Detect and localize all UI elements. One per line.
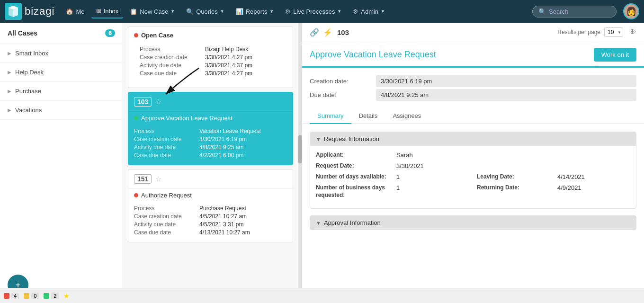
- case-number: 103: [134, 97, 152, 107]
- detail-case-number: 103: [337, 28, 349, 36]
- results-per-page-select[interactable]: 10 20 50: [604, 27, 623, 37]
- table-row: Process Purchase Request: [134, 205, 287, 212]
- chevron-right-icon: ▶: [8, 107, 11, 113]
- table-row: Case due date 4/13/2021 10:27 am: [134, 229, 287, 236]
- open-case-card[interactable]: Open Case Process Bizagi Help Desk Case …: [128, 27, 293, 88]
- all-cases-badge: 6: [105, 29, 115, 37]
- avatar[interactable]: 👩: [623, 3, 639, 19]
- nav-reports[interactable]: 📊 Reports ▼: [231, 5, 278, 18]
- request-information-title: Request Information: [324, 135, 379, 143]
- detail-title: Approve Vacation Leave Request: [310, 50, 436, 60]
- returning-date-value: 4/9/2021: [557, 184, 630, 199]
- green-count: 2: [51, 293, 59, 299]
- sidebar-item-purchase[interactable]: ▶ Purchase: [0, 82, 123, 101]
- open-case-dot: [134, 33, 138, 37]
- case-share-icon[interactable]: ⚡: [323, 28, 332, 37]
- nav-new-case[interactable]: 📋 New Case ▼: [125, 5, 179, 18]
- approval-information-section: ▼ Approval Information: [310, 215, 636, 230]
- home-icon: 🏠: [66, 8, 73, 15]
- due-date-row: Due date: 4/8/2021 9:25 am: [310, 89, 636, 101]
- request-information-section: ▼ Request Information Applicant: Sarah R…: [310, 132, 636, 209]
- table-row: Activity due date 4/8/2021 9:25 am: [134, 144, 287, 151]
- nav-queries[interactable]: 🔍 Queries ▼: [181, 5, 229, 18]
- business-days-label: Number of business days requested:: [316, 184, 389, 199]
- main-layout: All Cases 6 ▶ Smart Inbox ▶ Help Desk ▶ …: [0, 23, 644, 303]
- search-bar[interactable]: 🔍: [532, 6, 617, 18]
- detail-header: 🔗 ⚡ 103 Results per page 10 20 50 👁: [302, 23, 644, 42]
- sidebar-all-cases[interactable]: All Cases 6: [0, 23, 123, 44]
- case-link-icon[interactable]: 🔗: [310, 28, 319, 37]
- applicant-label: Applicant:: [316, 152, 389, 159]
- table-row: Case due date 3/30/2021 4:27 pm: [140, 70, 281, 77]
- bottom-item-red: 4: [4, 293, 19, 299]
- open-case-details: Process Bizagi Help Desk Case creation d…: [134, 43, 287, 83]
- sidebar-item-vacations[interactable]: ▶ Vacations: [0, 101, 123, 120]
- app-logo[interactable]: bizagi: [5, 3, 54, 20]
- table-row: Process Vacation Leave Request: [134, 128, 287, 134]
- creation-date-value: 3/30/2021 6:19 pm: [376, 75, 636, 87]
- nav-admin[interactable]: ⚙ Admin ▼: [348, 5, 390, 18]
- tab-details[interactable]: Details: [351, 108, 385, 124]
- leaving-date-value: 4/14/2021: [557, 173, 630, 180]
- results-per-page-select-wrap[interactable]: 10 20 50: [604, 27, 623, 37]
- results-per-page-control: Results per page 10 20 50 👁: [557, 27, 636, 37]
- case-details: Process Vacation Leave Request Case crea…: [128, 125, 293, 165]
- search-input[interactable]: [549, 8, 610, 15]
- activity-dot: [134, 116, 138, 120]
- request-date-value: 3/30/2021: [396, 162, 469, 169]
- queries-icon: 🔍: [186, 8, 194, 15]
- detail-icons: 🔗 ⚡: [310, 28, 332, 37]
- red-count: 4: [11, 293, 19, 299]
- creation-date-row: Creation date: 3/30/2021 6:19 pm: [310, 75, 636, 87]
- case-list-panel: Open Case Process Bizagi Help Desk Case …: [123, 23, 298, 303]
- returning-date-label: Returning Date:: [477, 184, 550, 199]
- table-row: Process Bizagi Help Desk: [140, 46, 281, 53]
- star-icon[interactable]: ☆: [155, 98, 161, 106]
- nav-me[interactable]: 🏠 Me: [61, 5, 89, 18]
- gold-star-icon: ★: [63, 292, 70, 300]
- star-icon-151[interactable]: ☆: [155, 175, 161, 183]
- approval-information-header[interactable]: ▼ Approval Information: [310, 216, 636, 230]
- activity-dot-151: [134, 193, 138, 197]
- business-days-value: 1: [396, 184, 469, 199]
- table-row: Case creation date 3/30/2021 6:19 pm: [134, 136, 287, 143]
- open-case-header: Open Case: [134, 32, 287, 39]
- sidebar-item-help-desk[interactable]: ▶ Help Desk: [0, 63, 123, 82]
- chevron-right-icon: ▶: [8, 89, 11, 94]
- case-list-scrollable: Open Case Process Bizagi Help Desk Case …: [123, 23, 298, 303]
- eye-icon[interactable]: 👁: [629, 28, 636, 36]
- newcase-icon: 📋: [130, 8, 137, 15]
- bottom-bar: 4 0 2 ★: [0, 288, 644, 303]
- liveprocesses-icon: ⚙: [285, 8, 291, 15]
- request-information-header[interactable]: ▼ Request Information: [310, 132, 636, 146]
- tab-assignees[interactable]: Assignees: [385, 108, 429, 124]
- inbox-icon: ✉: [96, 8, 101, 15]
- table-row: Activity due date 4/5/2021 3:31 pm: [134, 221, 287, 228]
- due-date-value: 4/8/2021 9:25 am: [376, 89, 636, 101]
- days-available-value: 1: [396, 173, 469, 180]
- reports-icon: 📊: [236, 8, 243, 15]
- request-date-label: Request Date:: [316, 162, 389, 169]
- detail-tabs: Summary Details Assignees: [302, 108, 644, 124]
- app-name: bizagi: [25, 5, 54, 18]
- detail-content: ▼ Request Information Applicant: Sarah R…: [302, 124, 644, 244]
- leaving-date-label: Leaving Date:: [477, 173, 550, 180]
- days-available-label: Number of days available:: [316, 173, 389, 180]
- new-case-caret: ▼: [170, 9, 175, 14]
- due-date-label: Due date:: [310, 91, 376, 98]
- case-card-header: 103 ☆: [128, 92, 293, 112]
- tab-summary[interactable]: Summary: [310, 108, 351, 124]
- selected-case-card[interactable]: 103 ☆ Approve Vacation Leave Request Pro…: [128, 92, 293, 165]
- case-card-151[interactable]: 151 ☆ Authorize Request Process Purchase…: [128, 169, 293, 242]
- top-navigation: bizagi 🏠 Me ✉ Inbox 📋 New Case ▼ 🔍 Queri…: [0, 0, 644, 23]
- nav-inbox[interactable]: ✉ Inbox: [91, 5, 124, 18]
- nav-live-processes[interactable]: ⚙ Live Processes ▼: [280, 5, 346, 18]
- sidebar: All Cases 6 ▶ Smart Inbox ▶ Help Desk ▶ …: [0, 23, 123, 303]
- scroll-thumb[interactable]: [298, 135, 302, 163]
- red-indicator: [4, 293, 9, 299]
- sidebar-item-smart-inbox[interactable]: ▶ Smart Inbox: [0, 44, 123, 63]
- green-indicator: [44, 293, 49, 299]
- collapse-icon-2: ▼: [316, 220, 321, 226]
- admin-icon: ⚙: [353, 8, 358, 15]
- work-on-it-button[interactable]: Work on it: [594, 48, 636, 62]
